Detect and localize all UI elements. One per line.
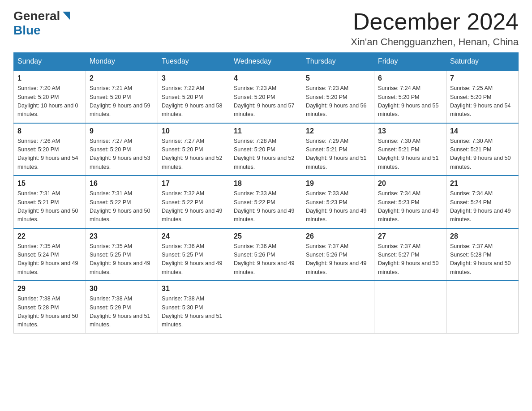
day-info: Sunrise: 7:29 AMSunset: 5:21 PMDaylight:…	[306, 138, 367, 170]
calendar-cell: 2 Sunrise: 7:21 AMSunset: 5:20 PMDayligh…	[86, 70, 158, 123]
day-info: Sunrise: 7:33 AMSunset: 5:23 PMDaylight:…	[306, 190, 367, 223]
day-info: Sunrise: 7:30 AMSunset: 5:21 PMDaylight:…	[450, 138, 511, 170]
day-info: Sunrise: 7:20 AMSunset: 5:20 PMDaylight:…	[17, 85, 78, 117]
calendar-cell: 4 Sunrise: 7:23 AMSunset: 5:20 PMDayligh…	[230, 70, 302, 123]
day-info: Sunrise: 7:37 AMSunset: 5:26 PMDaylight:…	[306, 243, 367, 275]
calendar-table: Sunday Monday Tuesday Wednesday Thursday…	[13, 52, 519, 334]
day-number: 21	[450, 180, 515, 188]
day-number: 15	[17, 180, 82, 188]
calendar-cell: 26 Sunrise: 7:37 AMSunset: 5:26 PMDaylig…	[302, 228, 374, 281]
day-number: 5	[306, 74, 370, 82]
day-info: Sunrise: 7:34 AMSunset: 5:24 PMDaylight:…	[450, 190, 511, 223]
calendar-cell: 18 Sunrise: 7:33 AMSunset: 5:22 PMDaylig…	[230, 176, 302, 228]
calendar-cell: 22 Sunrise: 7:35 AMSunset: 5:24 PMDaylig…	[14, 228, 86, 281]
calendar-header-row: Sunday Monday Tuesday Wednesday Thursday…	[14, 53, 519, 71]
day-info: Sunrise: 7:38 AMSunset: 5:28 PMDaylight:…	[17, 295, 78, 328]
day-info: Sunrise: 7:34 AMSunset: 5:23 PMDaylight:…	[378, 190, 439, 223]
calendar-cell: 23 Sunrise: 7:35 AMSunset: 5:25 PMDaylig…	[86, 228, 158, 281]
col-friday: Friday	[374, 53, 446, 71]
svg-marker-0	[63, 12, 70, 20]
day-number: 26	[306, 232, 370, 240]
calendar-cell	[230, 281, 302, 333]
day-number: 20	[378, 180, 442, 188]
col-tuesday: Tuesday	[158, 53, 230, 71]
day-info: Sunrise: 7:25 AMSunset: 5:20 PMDaylight:…	[450, 85, 511, 117]
calendar-cell: 14 Sunrise: 7:30 AMSunset: 5:21 PMDaylig…	[446, 123, 519, 176]
calendar-cell: 21 Sunrise: 7:34 AMSunset: 5:24 PMDaylig…	[446, 176, 519, 228]
calendar-cell: 6 Sunrise: 7:24 AMSunset: 5:20 PMDayligh…	[374, 70, 446, 123]
calendar-cell	[374, 281, 446, 333]
day-info: Sunrise: 7:22 AMSunset: 5:20 PMDaylight:…	[162, 85, 223, 117]
calendar-week-row: 15 Sunrise: 7:31 AMSunset: 5:21 PMDaylig…	[14, 176, 519, 228]
day-info: Sunrise: 7:28 AMSunset: 5:20 PMDaylight:…	[234, 138, 295, 170]
calendar-cell	[446, 281, 519, 333]
day-number: 16	[90, 180, 154, 188]
logo: General Blue	[13, 9, 70, 38]
day-number: 8	[17, 127, 82, 135]
calendar-cell: 13 Sunrise: 7:30 AMSunset: 5:21 PMDaylig…	[374, 123, 446, 176]
day-number: 2	[90, 74, 154, 82]
col-monday: Monday	[86, 53, 158, 71]
calendar-cell: 8 Sunrise: 7:26 AMSunset: 5:20 PMDayligh…	[14, 123, 86, 176]
calendar-week-row: 29 Sunrise: 7:38 AMSunset: 5:28 PMDaylig…	[14, 281, 519, 333]
col-thursday: Thursday	[302, 53, 374, 71]
calendar-week-row: 22 Sunrise: 7:35 AMSunset: 5:24 PMDaylig…	[14, 228, 519, 281]
day-info: Sunrise: 7:35 AMSunset: 5:25 PMDaylight:…	[90, 243, 150, 275]
day-number: 4	[234, 74, 298, 82]
day-info: Sunrise: 7:38 AMSunset: 5:30 PMDaylight:…	[162, 295, 223, 328]
day-info: Sunrise: 7:32 AMSunset: 5:22 PMDaylight:…	[162, 190, 223, 223]
location-subtitle: Xin'an Chengguanzhen, Henan, China	[351, 36, 519, 48]
day-number: 27	[378, 232, 442, 240]
day-number: 7	[450, 74, 515, 82]
day-info: Sunrise: 7:24 AMSunset: 5:20 PMDaylight:…	[378, 85, 439, 117]
day-info: Sunrise: 7:36 AMSunset: 5:26 PMDaylight:…	[234, 243, 295, 275]
calendar-cell: 15 Sunrise: 7:31 AMSunset: 5:21 PMDaylig…	[14, 176, 86, 228]
day-number: 18	[234, 180, 298, 188]
day-info: Sunrise: 7:37 AMSunset: 5:27 PMDaylight:…	[378, 243, 439, 275]
calendar-cell: 3 Sunrise: 7:22 AMSunset: 5:20 PMDayligh…	[158, 70, 230, 123]
day-number: 9	[90, 127, 154, 135]
calendar-cell: 16 Sunrise: 7:31 AMSunset: 5:22 PMDaylig…	[86, 176, 158, 228]
calendar-cell: 17 Sunrise: 7:32 AMSunset: 5:22 PMDaylig…	[158, 176, 230, 228]
day-info: Sunrise: 7:27 AMSunset: 5:20 PMDaylight:…	[90, 138, 150, 170]
calendar-cell: 7 Sunrise: 7:25 AMSunset: 5:20 PMDayligh…	[446, 70, 519, 123]
day-number: 3	[162, 74, 226, 82]
day-info: Sunrise: 7:37 AMSunset: 5:28 PMDaylight:…	[450, 243, 511, 275]
day-number: 31	[162, 285, 226, 293]
day-number: 13	[378, 127, 442, 135]
logo-general-text: General	[13, 9, 60, 23]
calendar-cell	[302, 281, 374, 333]
day-info: Sunrise: 7:21 AMSunset: 5:20 PMDaylight:…	[90, 85, 150, 117]
col-saturday: Saturday	[446, 53, 519, 71]
calendar-cell: 11 Sunrise: 7:28 AMSunset: 5:20 PMDaylig…	[230, 123, 302, 176]
calendar-cell: 10 Sunrise: 7:27 AMSunset: 5:20 PMDaylig…	[158, 123, 230, 176]
day-number: 17	[162, 180, 226, 188]
calendar-cell: 28 Sunrise: 7:37 AMSunset: 5:28 PMDaylig…	[446, 228, 519, 281]
day-info: Sunrise: 7:23 AMSunset: 5:20 PMDaylight:…	[306, 85, 367, 117]
day-number: 11	[234, 127, 298, 135]
calendar-cell: 9 Sunrise: 7:27 AMSunset: 5:20 PMDayligh…	[86, 123, 158, 176]
day-number: 23	[90, 232, 154, 240]
calendar-cell: 27 Sunrise: 7:37 AMSunset: 5:27 PMDaylig…	[374, 228, 446, 281]
calendar-cell: 12 Sunrise: 7:29 AMSunset: 5:21 PMDaylig…	[302, 123, 374, 176]
day-info: Sunrise: 7:31 AMSunset: 5:22 PMDaylight:…	[90, 190, 150, 223]
day-number: 12	[306, 127, 370, 135]
month-year-title: December 2024	[351, 9, 519, 34]
day-info: Sunrise: 7:26 AMSunset: 5:20 PMDaylight:…	[17, 138, 78, 170]
calendar-week-row: 1 Sunrise: 7:20 AMSunset: 5:20 PMDayligh…	[14, 70, 519, 123]
calendar-cell: 1 Sunrise: 7:20 AMSunset: 5:20 PMDayligh…	[14, 70, 86, 123]
calendar-cell: 24 Sunrise: 7:36 AMSunset: 5:25 PMDaylig…	[158, 228, 230, 281]
day-number: 22	[17, 232, 82, 240]
calendar-cell: 31 Sunrise: 7:38 AMSunset: 5:30 PMDaylig…	[158, 281, 230, 333]
day-info: Sunrise: 7:35 AMSunset: 5:24 PMDaylight:…	[17, 243, 78, 275]
day-info: Sunrise: 7:30 AMSunset: 5:21 PMDaylight:…	[378, 138, 439, 170]
logo-triangle-icon	[62, 12, 70, 21]
day-info: Sunrise: 7:38 AMSunset: 5:29 PMDaylight:…	[90, 295, 150, 328]
col-sunday: Sunday	[14, 53, 86, 71]
day-number: 6	[378, 74, 442, 82]
calendar-cell: 25 Sunrise: 7:36 AMSunset: 5:26 PMDaylig…	[230, 228, 302, 281]
page-header: General Blue December 2024 Xin'an Chengg…	[13, 9, 519, 48]
calendar-cell: 20 Sunrise: 7:34 AMSunset: 5:23 PMDaylig…	[374, 176, 446, 228]
day-number: 1	[17, 74, 82, 82]
col-wednesday: Wednesday	[230, 53, 302, 71]
